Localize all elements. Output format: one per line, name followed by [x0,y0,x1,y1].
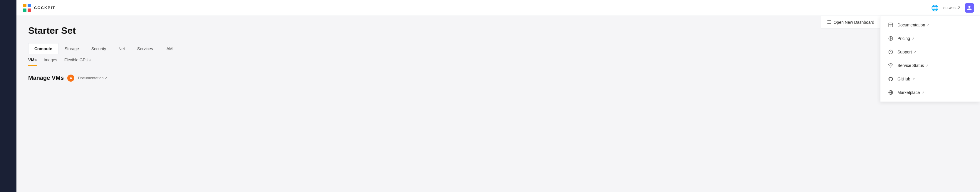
dropdown-item-service-status[interactable]: Service Status ↗ [880,59,980,72]
doc-link-text: Documentation [78,76,103,80]
svg-rect-0 [23,4,26,7]
github-label: GitHub ↗ [897,77,915,81]
cockpit-logo-icon [22,3,32,13]
open-new-dashboard-area[interactable]: ☰ Open New Dashboard [821,16,880,29]
marketplace-icon [888,89,894,96]
documentation-icon [888,22,894,28]
svg-point-11 [890,67,891,68]
svg-rect-1 [28,4,31,7]
ext-icon-github: ↗ [912,77,915,81]
manage-vms-title: Manage VMs [28,75,64,81]
github-icon [888,76,894,82]
logo-text: COCKPIT [34,6,56,10]
tab-security[interactable]: Security [85,43,113,54]
tab-services[interactable]: Services [131,43,159,54]
tab-net[interactable]: Net [112,43,131,54]
user-icon [967,5,972,11]
logo-area: COCKPIT [22,3,56,13]
documentation-label: Documentation ↗ [897,22,929,27]
service-status-icon [888,62,894,69]
main-wrapper: COCKPIT 🌐 eu-west-2 Starter Set Compute … [16,0,980,192]
ext-icon-marketplace: ↗ [921,91,924,95]
user-avatar[interactable] [965,3,974,13]
svg-rect-2 [23,8,26,12]
ext-icon-support: ↗ [913,50,916,54]
vms-count-badge: 4 [67,75,74,82]
marketplace-label: Marketplace ↗ [897,90,924,95]
external-link-icon: ↗ [105,76,108,80]
ext-icon-status: ↗ [926,64,928,68]
list-icon: ☰ [827,19,831,25]
main-tabs: Compute Storage Security Net Services IA… [28,43,968,54]
globe-button[interactable]: 🌐 [931,5,939,11]
sub-tab-images[interactable]: Images [44,57,57,66]
svg-rect-3 [28,8,31,12]
pricing-icon [888,35,894,42]
svg-rect-4 [889,23,893,27]
dropdown-item-marketplace[interactable]: Marketplace ↗ [880,86,980,99]
dropdown-item-github[interactable]: GitHub ↗ [880,72,980,86]
dropdown-item-support[interactable]: Support ↗ [880,45,980,59]
pricing-label: Pricing ↗ [897,36,915,41]
content-area: Starter Set Compute Storage Security Net… [16,16,980,192]
support-icon [888,49,894,55]
documentation-link[interactable]: Documentation ↗ [78,76,107,80]
sub-tab-flexible-gpus[interactable]: Flexible GPUs [64,57,91,66]
manage-vms-row: Manage VMs 4 Documentation ↗ ⊕ Create VM… [28,72,968,84]
open-dashboard-label: Open New Dashboard [834,20,874,25]
tab-compute[interactable]: Compute [28,43,59,54]
globe-icon: 🌐 [931,5,939,11]
ext-icon-pricing: ↗ [912,37,915,41]
topnav: COCKPIT 🌐 eu-west-2 [16,0,980,16]
tab-iam[interactable]: IAM [159,43,179,54]
support-label: Support ↗ [897,49,916,54]
tab-storage[interactable]: Storage [59,43,85,54]
dropdown-item-pricing[interactable]: Pricing ↗ [880,32,980,45]
ext-icon-doc: ↗ [927,23,929,27]
service-status-label: Service Status ↗ [897,63,928,68]
dropdown-item-documentation[interactable]: Documentation ↗ [880,18,980,32]
nav-right: 🌐 eu-west-2 [931,3,974,13]
region-label: eu-west-2 [943,6,960,10]
sub-tabs: VMs Images Flexible GPUs [28,54,968,67]
dropdown-menu: Documentation ↗ Pricing ↗ Support [880,16,980,102]
sidebar [0,0,16,192]
sub-tab-vms[interactable]: VMs [28,57,37,66]
